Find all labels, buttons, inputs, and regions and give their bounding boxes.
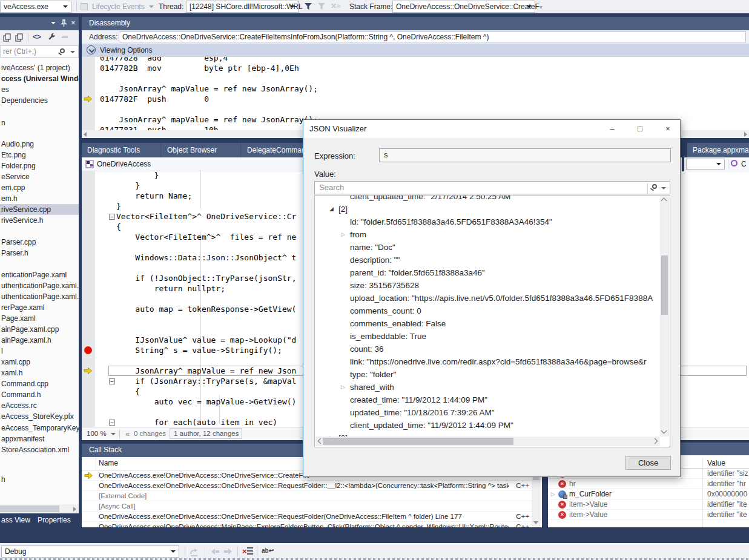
json-tree-node[interactable]: ▷shared_with [315,381,661,394]
search-icon[interactable] [60,48,65,53]
call-stack-row[interactable]: [Async Call] [82,501,533,512]
solution-explorer-item[interactable]: Etc.png [0,150,79,160]
json-tree-node[interactable]: count: 36 [315,343,661,355]
tree-vscrollbar[interactable] [660,196,669,436]
solution-explorer-item[interactable]: enticationPage.xaml [0,269,79,280]
solution-explorer-item[interactable]: xaml.h [0,367,79,378]
call-stack-row[interactable]: OneDriveAccess.exe!OneDriveAccess::MainP… [82,522,533,527]
solution-explorer-item[interactable]: eAccess_TemporaryKey.p [0,423,79,433]
search-options-icon[interactable] [70,51,75,53]
solution-explorer-item[interactable]: Page.xaml [0,313,79,324]
dialog-close-icon[interactable]: × [658,120,678,138]
lifecycle-events-dropdown[interactable]: Lifecycle Events [92,2,145,11]
debug-configuration-combo[interactable]: Debug [1,545,179,558]
authors-badge[interactable]: 1 author, 12 changes [170,428,242,439]
tree-hscrollbar[interactable] [315,436,660,446]
tab-properties[interactable]: Properties [38,516,71,524]
solution-explorer-item[interactable]: Command.h [0,389,79,400]
json-tree-node[interactable]: link: "https://onedrive.live.com/redir.a… [315,355,661,368]
name-column-header[interactable]: Name [99,459,118,467]
solution-explorer-item[interactable]: Parser.h [0,248,79,259]
search-input[interactable]: rer (Ctrl+;) [3,47,36,56]
solution-explorer-item[interactable]: eAccess_StoreKey.pfx [0,411,79,422]
watch-row[interactable]: ▷m_CurFolder0x00000000 [548,489,749,499]
solution-explorer-item[interactable]: em.cpp [0,182,79,193]
window-position-icon[interactable] [51,22,56,24]
json-tree-node[interactable]: comments_count: 0 [315,305,661,317]
solution-explorer-item[interactable]: em.h [0,193,79,204]
process-combo[interactable]: veAccess.exe [0,1,71,13]
changes-count[interactable]: 0 changes [134,430,166,437]
tab-diagnostic-tools[interactable]: Diagnostic Tools [82,143,161,157]
solution-explorer-item[interactable]: Folder.png [0,160,79,171]
solution-explorer-item[interactable]: Command.cpp [0,378,79,389]
solution-explorer-hscrollbar[interactable] [0,504,79,513]
call-stack-row[interactable]: OneDriveAccess.exe!OneDriveAccess::OneDr… [82,512,533,522]
close-icon[interactable]: × [71,18,76,27]
types-combo[interactable] [686,159,725,170]
watch-row[interactable]: ×item->Valueidentifier "ite [548,510,749,520]
zoom-dropdown-icon[interactable] [111,433,116,435]
dialog-search-box[interactable]: Search [314,181,670,194]
solution-explorer-item[interactable]: Audio.png [0,139,79,150]
tab-class-view[interactable]: ass View [1,516,30,524]
search-dropdown-icon[interactable] [661,187,666,189]
solution-explorer-item[interactable]: riveService.h [0,215,79,226]
dialog-titlebar[interactable]: JSON Visualizer – □ × [303,120,680,138]
json-tree-node[interactable]: id: "folder.5fd651f8388a3a46.5FD651F8388… [315,216,661,228]
solution-explorer-item[interactable]: es [0,84,79,95]
json-tree-node[interactable]: name: "Doc" [315,241,661,254]
json-tree-node[interactable]: updated_time: "10/18/2016 7:39:26 AM" [315,406,661,419]
sync-document-icon[interactable] [3,33,12,42]
dialog-search-icon[interactable] [652,184,657,189]
solution-explorer-item[interactable]: l [0,346,79,357]
solution-explorer-item[interactable]: uthenticationPage.xaml.c [0,280,79,291]
solution-explorer-item[interactable]: Dependencies [0,95,79,106]
json-tree-node[interactable]: type: "folder" [315,368,661,381]
collapse-all-icon[interactable] [15,33,24,42]
remove-breakpoints-icon[interactable]: × [242,547,253,556]
json-tree-node[interactable]: ◢[2] [315,203,661,216]
minimize-icon[interactable]: – [602,120,622,138]
solution-explorer-item[interactable]: ainPage.xaml.cpp [0,324,79,335]
solution-explorer-item[interactable]: appxmanifest [0,433,79,444]
solution-explorer-item[interactable]: riveService.cpp [0,204,79,215]
tab-package-appxmanifest[interactable]: Package.appxman [687,143,749,157]
json-tree-node[interactable]: parent_id: "folder.5fd651f8388a3a46" [315,266,661,279]
solution-explorer-item[interactable]: h [0,474,79,485]
json-tree-node[interactable]: upload_location: "https://apis.live.net/… [315,292,661,305]
solution-explorer-item[interactable]: iveAccess' (1 project) [0,62,79,73]
project-breadcrumb[interactable]: OneDriveAccess [97,160,151,168]
solution-explorer-item[interactable]: eAccess.rc [0,400,79,411]
toolbar-overflow-icon[interactable]: ▾ [539,4,543,10]
solution-explorer-item[interactable]: ccess (Universal Window [0,73,79,84]
maximize-icon[interactable]: □ [630,120,650,138]
properties-wrench-icon[interactable] [47,33,56,42]
expression-input[interactable]: s [379,148,671,162]
filter-icon[interactable] [304,2,312,10]
solution-explorer-item[interactable]: xaml.cpp [0,357,79,367]
value-column-header[interactable]: Value [707,459,725,467]
watch-row[interactable]: ×item->Valueidentifier "ite [548,499,749,510]
json-tree-node[interactable]: is_embeddable: True [315,330,661,343]
pin-icon[interactable] [61,19,67,27]
address-input[interactable]: OneDriveAccess::OneDriveService::CreateF… [119,31,746,42]
json-tree-node[interactable]: client_updated_time: "2/17/2014 2:50:25 … [315,195,661,203]
call-stack-row[interactable]: [External Code] [82,491,533,501]
close-button[interactable]: Close [625,456,671,470]
stack-frame-combo[interactable]: OneDriveAccess::OneDriveService::CreateF [392,1,535,13]
tab-object-browser[interactable]: Object Browser [162,143,241,157]
json-tree-node[interactable]: description: "" [315,254,661,266]
zoom-level[interactable]: 100 % [87,430,107,437]
json-tree-node[interactable]: ▷from [315,228,661,241]
json-tree-node[interactable]: size: 35156735628 [315,279,661,292]
viewing-options-row[interactable]: Viewing Options [82,44,749,57]
watch-row[interactable]: ×hridentifier "hr [548,479,749,489]
solution-explorer-item[interactable]: ainPage.xaml.h [0,335,79,346]
code-view-icon[interactable]: <> [33,33,41,41]
json-tree-node[interactable]: comments_enabled: False [315,317,661,330]
solution-explorer-item[interactable]: StoreAssociation.xml [0,444,79,455]
call-stack-row[interactable]: OneDriveAccess.exe!OneDriveAccess::OneDr… [82,481,533,491]
solution-explorer-item[interactable]: n [0,117,79,128]
json-tree-node[interactable]: client_updated_time: "11/9/2012 1:44:09 … [315,419,661,432]
